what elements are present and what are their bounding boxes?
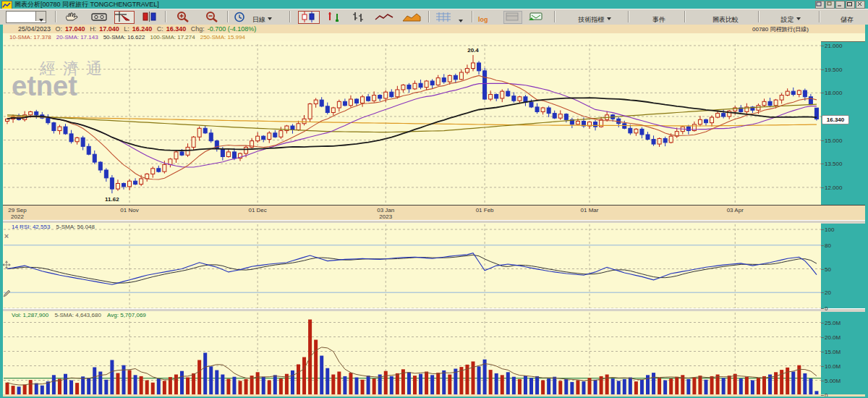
rsi-chart-svg[interactable] — [0, 223, 868, 308]
axis-tick-label: 20 — [825, 289, 831, 296]
candle-body — [529, 102, 533, 107]
candle-body — [669, 136, 673, 143]
volume-bar — [710, 376, 714, 395]
candle-body — [634, 129, 638, 132]
volume-bar — [140, 376, 143, 395]
candle-body — [705, 119, 708, 122]
window-restore-button[interactable] — [846, 1, 855, 9]
quote-info-bar: 25/04/2023 O:17.040 H:17.040 L:16.240 C:… — [0, 25, 868, 33]
volume-bar — [518, 379, 522, 395]
candle-body — [35, 111, 38, 114]
x-axis-date-label: 01 Nov — [114, 207, 145, 213]
volume-chart-svg[interactable] — [0, 311, 868, 396]
candle-body — [268, 133, 271, 140]
candle-body — [378, 96, 382, 98]
symbol-combobox[interactable] — [6, 11, 46, 23]
volume-bar — [41, 386, 44, 395]
axis-tick-label: 19.500 — [825, 67, 842, 73]
candle-body — [710, 117, 714, 123]
candle-body — [343, 101, 346, 105]
candle-body — [698, 119, 702, 124]
candle-body — [349, 99, 352, 106]
candle-body — [256, 136, 260, 141]
events-button[interactable]: 事件 — [644, 11, 674, 24]
candle-body — [174, 152, 178, 159]
volume-bar — [279, 378, 283, 394]
grid-toggle-button[interactable] — [434, 11, 454, 24]
close-value: 16.340 — [166, 25, 187, 33]
grid-dropdown-icon[interactable] — [456, 11, 469, 24]
pan-hand-tool-button[interactable] — [64, 11, 82, 24]
candle-body — [116, 183, 119, 189]
candle-body — [506, 91, 510, 96]
candle-body — [762, 101, 766, 105]
candle-body — [209, 133, 213, 141]
left-border — [0, 25, 3, 397]
candle-body — [459, 72, 463, 80]
window-minimize-button[interactable] — [835, 1, 845, 9]
candle-adjust-tool-button[interactable] — [140, 11, 161, 24]
volume-bar — [12, 386, 15, 394]
volume-bar — [436, 373, 440, 394]
candle-body — [594, 122, 597, 127]
chart-compare-button[interactable]: 圖表比較 — [703, 11, 748, 24]
candle-body — [495, 94, 498, 98]
candle-body — [564, 114, 568, 120]
volume-bar — [29, 380, 33, 394]
candle-body — [401, 85, 405, 90]
window-tab1-icon[interactable] — [815, 1, 825, 9]
axis-tick-mark — [821, 93, 824, 93]
move-panel-icon[interactable] — [2, 261, 11, 269]
candle-body — [29, 111, 33, 114]
draw-pencil-icon[interactable] — [2, 289, 11, 298]
axis-tick-label: 15.000 — [825, 137, 842, 144]
candle-body — [547, 108, 550, 114]
volume-bar — [373, 378, 376, 394]
window-close-button[interactable] — [856, 1, 865, 9]
comment-export-button[interactable] — [527, 11, 547, 24]
candle-body — [407, 85, 411, 88]
chart-type-ohlc-button[interactable] — [324, 11, 344, 24]
panel-layout-button-disabled — [503, 11, 522, 24]
chart-type-line-button[interactable] — [373, 11, 396, 24]
candle-body — [535, 107, 539, 112]
settings-button[interactable]: 設定 — [773, 11, 809, 24]
combobox-dropdown-icon[interactable] — [35, 12, 46, 21]
period-dropdown[interactable]: 日線 — [252, 11, 285, 24]
volume-bar — [52, 375, 56, 394]
candle-body — [646, 135, 650, 140]
history-clock-button[interactable] — [233, 11, 249, 24]
log-scale-button[interactable]: log — [477, 11, 501, 24]
chart-type-area-button[interactable] — [401, 11, 424, 24]
candle-body — [180, 152, 184, 155]
volume-bar — [442, 371, 446, 395]
volume-bar — [226, 379, 230, 395]
quote-date: 25/04/2023 — [18, 25, 51, 33]
close-panel-icon[interactable]: × — [2, 232, 11, 240]
chart-type-bar-button[interactable] — [349, 11, 369, 24]
save-button[interactable]: 儲存 — [832, 11, 862, 24]
axis-tick-mark — [821, 229, 824, 230]
volume-bar — [675, 377, 678, 395]
axis-tick-mark — [821, 187, 824, 188]
candle-body — [663, 138, 667, 142]
x-axis-date-label: 01 Mar — [574, 207, 605, 213]
candle-body — [448, 75, 451, 82]
main-chart-svg[interactable]: 20.411.62 — [0, 41, 868, 205]
candle-body — [791, 91, 795, 94]
crosshair-tool-button[interactable] — [114, 11, 135, 24]
chart-compare-label: 圖表比較 — [712, 16, 739, 23]
candle-body — [302, 119, 306, 124]
axis-tick-label: 10.0M — [825, 363, 841, 370]
zoom-box-tool-button[interactable] — [90, 11, 110, 24]
technical-indicators-button[interactable]: 技術指標 — [570, 11, 619, 24]
chart-type-candle-button[interactable] — [298, 11, 320, 24]
sma-legend-item: 100-SMA: 17.274 — [150, 34, 195, 41]
zoom-in-button[interactable] — [172, 11, 195, 24]
zoom-out-button[interactable] — [201, 11, 224, 24]
volume-bar — [180, 371, 184, 395]
volume-bar — [145, 381, 149, 395]
candle-body — [81, 137, 85, 146]
window-tab2-icon[interactable] — [825, 1, 835, 9]
low-label: L: — [124, 25, 129, 33]
